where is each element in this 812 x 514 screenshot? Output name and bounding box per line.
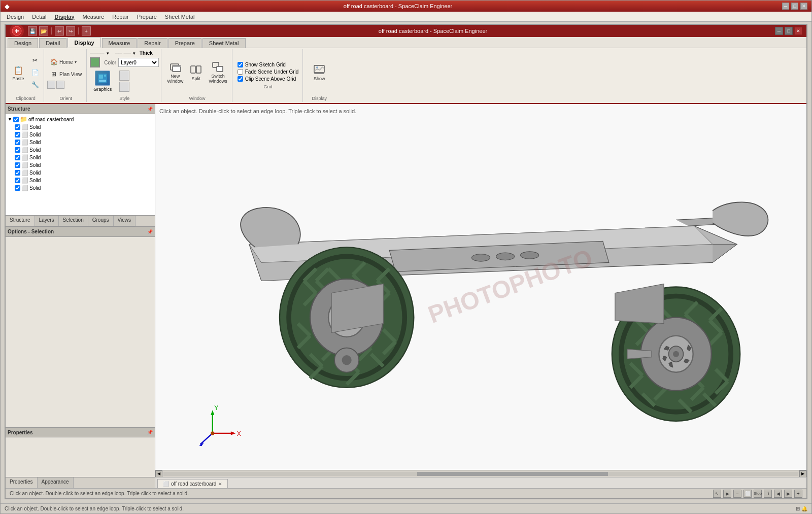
new-button[interactable]: + xyxy=(82,26,91,36)
cut-button[interactable]: ✂ xyxy=(28,55,42,66)
tree-item-checkbox-4[interactable] xyxy=(15,155,20,160)
tree-item-0[interactable]: ⬜ Solid xyxy=(7,123,154,131)
undo-button[interactable]: ↩ xyxy=(55,26,64,36)
tree-item-4[interactable]: ⬜ Solid xyxy=(7,154,154,161)
paste-special-button[interactable]: 🔧 xyxy=(28,79,42,90)
options-pin[interactable]: 📌 xyxy=(147,229,153,234)
maximize-button[interactable]: □ xyxy=(791,3,798,10)
color-swatch[interactable] xyxy=(90,57,100,67)
tab-prepare[interactable]: Prepare xyxy=(168,38,201,48)
outer-menu-measure[interactable]: Measure xyxy=(79,13,109,21)
tab-properties[interactable]: Properties xyxy=(6,477,38,488)
tree-item-7[interactable]: ⬜ Solid xyxy=(7,177,154,184)
outer-menu-sheetmetal[interactable]: Sheet Metal xyxy=(161,13,199,21)
tab-detail[interactable]: Detail xyxy=(39,38,66,48)
viewport-tabs: ⬜ off road casterboard ✕ xyxy=(155,477,806,488)
tree-item-checkbox-2[interactable] xyxy=(15,140,20,145)
inner-close[interactable]: ✕ xyxy=(794,27,802,35)
status-icon-info[interactable]: ℹ xyxy=(764,490,772,498)
status-icon-sparkle[interactable]: ✦ xyxy=(794,490,802,498)
inner-maximize[interactable]: □ xyxy=(785,27,793,35)
scroll-track[interactable] xyxy=(163,472,798,476)
tree-item-checkbox-7[interactable] xyxy=(15,178,20,183)
scroll-left-button[interactable]: ◀ xyxy=(155,470,162,477)
status-icon-arrow[interactable]: ▶ xyxy=(723,490,731,498)
scroll-right-button[interactable]: ▶ xyxy=(799,470,806,477)
tree-item-checkbox-1[interactable] xyxy=(15,132,20,138)
structure-pin[interactable]: 📌 xyxy=(147,107,153,112)
split-button[interactable]: Split xyxy=(187,62,205,83)
minimize-button[interactable]: ─ xyxy=(782,3,789,10)
outer-window: ◆ off road casterboard - SpaceClaim Engi… xyxy=(0,0,812,514)
style-row-1: ──── ▾ ── ── ▾ Thick xyxy=(90,50,159,56)
tab-appearance[interactable]: Appearance xyxy=(38,477,74,488)
status-icon-next[interactable]: ▶ xyxy=(784,490,792,498)
style-icon1[interactable] xyxy=(119,71,129,81)
status-icon-minus[interactable]: − xyxy=(733,490,741,498)
status-icon-select[interactable]: ⬜ xyxy=(743,490,752,498)
planview-icon: ⊞ xyxy=(50,70,58,78)
viewport-tab-casterboard[interactable]: ⬜ off road casterboard ✕ xyxy=(157,479,228,488)
view-cube-button[interactable] xyxy=(47,81,55,89)
outer-menu-display[interactable]: Display xyxy=(50,13,78,21)
switch-windows-button[interactable]: Switch Windows xyxy=(206,60,230,85)
outer-menu-design[interactable]: Design xyxy=(3,13,28,21)
clip-scene-checkbox[interactable] xyxy=(238,76,243,82)
tree-item-checkbox-6[interactable] xyxy=(15,170,20,176)
layer-dropdown[interactable]: Layer0 xyxy=(118,58,159,67)
svg-rect-3 xyxy=(104,75,106,77)
tab-selection[interactable]: Selection xyxy=(59,216,88,226)
save-button[interactable]: 💾 xyxy=(28,26,37,36)
status-icon-stop[interactable]: Stop xyxy=(754,490,762,498)
inner-minimize[interactable]: ─ xyxy=(775,27,783,35)
status-icon-prev[interactable]: ◀ xyxy=(774,490,782,498)
viewport-tab-close[interactable]: ✕ xyxy=(218,482,222,487)
tree-item-6[interactable]: ⬜ Solid xyxy=(7,169,154,177)
svg-rect-8 xyxy=(191,66,195,73)
tree-item-3[interactable]: ⬜ Solid xyxy=(7,146,154,154)
scroll-thumb[interactable] xyxy=(417,472,607,476)
tab-structure[interactable]: Structure xyxy=(6,216,35,226)
tab-views[interactable]: Views xyxy=(114,216,136,226)
tree-item-1[interactable]: ⬜ Solid xyxy=(7,131,154,139)
outer-menu-prepare[interactable]: Prepare xyxy=(133,13,161,21)
fade-scene-checkbox[interactable] xyxy=(238,69,243,75)
show-sketch-grid-checkbox[interactable] xyxy=(238,62,243,67)
tree-item-8[interactable]: ⬜ Solid xyxy=(7,184,154,192)
tree-item-checkbox-0[interactable] xyxy=(15,124,20,130)
tree-root-checkbox[interactable] xyxy=(13,117,19,122)
tab-repair[interactable]: Repair xyxy=(138,38,167,48)
tab-display[interactable]: Display xyxy=(67,38,100,48)
tree-item-5[interactable]: ⬜ Solid xyxy=(7,161,154,169)
outer-menu-repair[interactable]: Repair xyxy=(108,13,132,21)
tab-sheetmetal[interactable]: Sheet Metal xyxy=(202,38,246,48)
graphics-button[interactable]: Graphics xyxy=(90,69,115,93)
style-icon2[interactable] xyxy=(119,82,129,92)
tree-item-checkbox-3[interactable] xyxy=(15,147,20,153)
tab-layers[interactable]: Layers xyxy=(35,216,59,226)
home-button[interactable]: 🏠 Home ▾ xyxy=(47,56,84,67)
close-button[interactable]: ✕ xyxy=(800,3,807,10)
outer-menu-detail[interactable]: Detail xyxy=(28,13,50,21)
open-button[interactable]: 📂 xyxy=(39,26,48,36)
tab-groups[interactable]: Groups xyxy=(88,216,114,226)
tree-item-checkbox-8[interactable] xyxy=(15,185,20,191)
view-cube2-button[interactable] xyxy=(56,81,64,89)
tree-root-item[interactable]: ▼ 📁 off road casterboard xyxy=(7,115,154,123)
ribbon-group-orient: 🏠 Home ▾ ⊞ Plan View xyxy=(45,49,87,102)
ribbon-group-grid: Show Sketch Grid Fade Scene Under Grid C… xyxy=(233,49,303,102)
viewport-canvas[interactable]: PHOTOPHOTO Y X xyxy=(155,104,806,470)
redo-button[interactable]: ↪ xyxy=(66,26,75,36)
status-icon-cursor[interactable]: ↖ xyxy=(713,490,721,498)
options-panel: Options - Selection 📌 xyxy=(6,227,155,427)
tree-item-2[interactable]: ⬜ Solid xyxy=(7,139,154,146)
planview-button[interactable]: ⊞ Plan View xyxy=(47,68,84,80)
tab-measure[interactable]: Measure xyxy=(102,38,137,48)
new-window-button[interactable]: New Window xyxy=(164,60,186,85)
tab-design[interactable]: Design xyxy=(8,38,38,48)
properties-pin[interactable]: 📌 xyxy=(147,430,153,435)
show-display-button[interactable]: Show xyxy=(311,62,328,83)
copy-button[interactable]: 📄 xyxy=(28,67,42,78)
tree-item-checkbox-5[interactable] xyxy=(15,162,20,168)
paste-button[interactable]: 📋 Paste xyxy=(10,62,27,83)
